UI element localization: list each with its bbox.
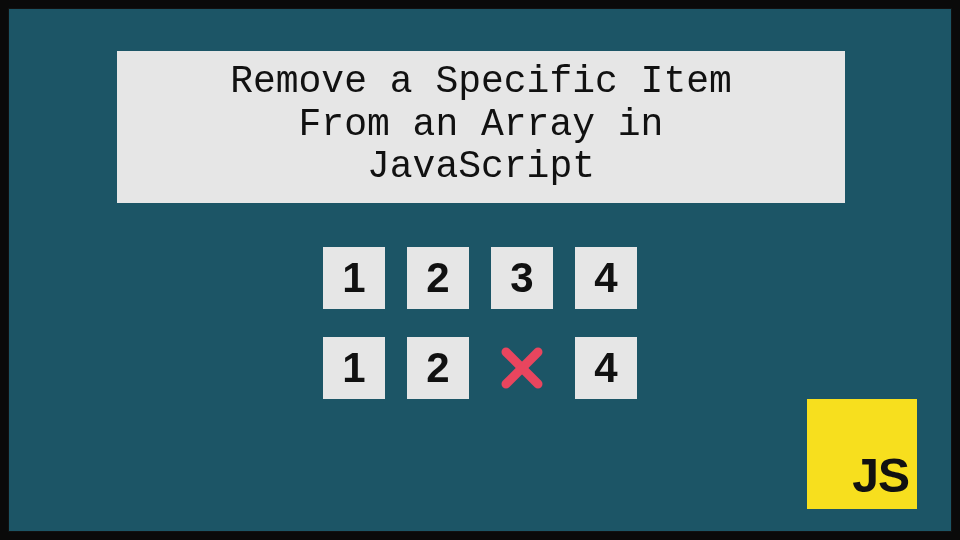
array-cell: 2 [407, 337, 469, 399]
slide-title: Remove a Specific Item From an Array in … [137, 61, 825, 189]
removed-item-icon [491, 337, 553, 399]
array-cell: 4 [575, 247, 637, 309]
array-before-row: 1 2 3 4 [323, 247, 637, 309]
title-box: Remove a Specific Item From an Array in … [117, 51, 845, 203]
javascript-logo-text: JS [852, 448, 909, 503]
array-illustration: 1 2 3 4 1 2 4 [9, 247, 951, 399]
x-icon [500, 346, 544, 390]
array-cell: 1 [323, 247, 385, 309]
array-cell: 4 [575, 337, 637, 399]
array-cell: 3 [491, 247, 553, 309]
tutorial-slide: Remove a Specific Item From an Array in … [8, 8, 952, 532]
javascript-logo: JS [807, 399, 917, 509]
array-cell: 2 [407, 247, 469, 309]
array-cell: 1 [323, 337, 385, 399]
array-after-row: 1 2 4 [323, 337, 637, 399]
